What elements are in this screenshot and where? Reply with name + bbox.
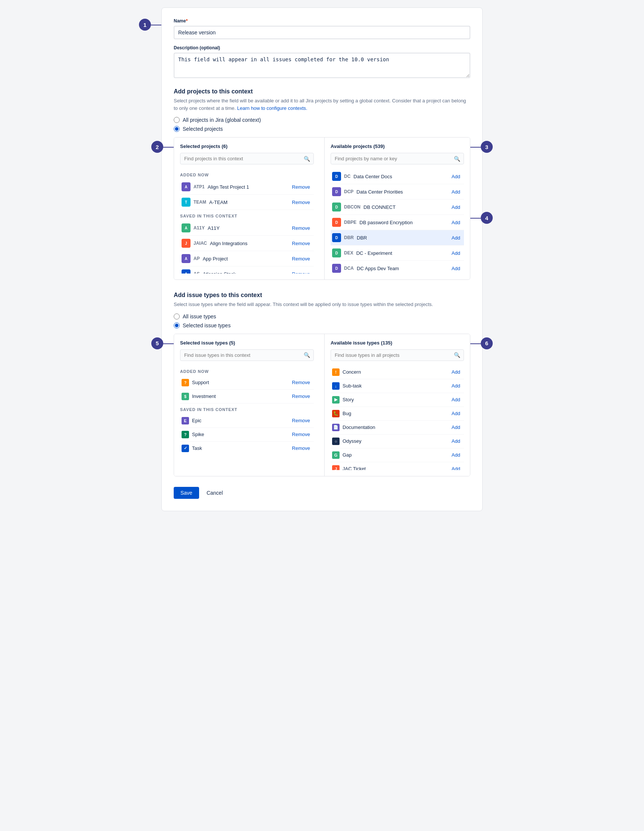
- add-button[interactable]: Add: [449, 204, 463, 211]
- remove-button[interactable]: Remove: [290, 255, 312, 262]
- save-button[interactable]: Save: [174, 487, 199, 499]
- add-button[interactable]: Add: [449, 451, 463, 458]
- issue-types-section-desc: Select issue types where the field will …: [174, 301, 470, 308]
- table-row: J JAIAC Align Integrations Remove: [180, 236, 314, 251]
- avatar: D: [332, 248, 341, 258]
- add-button[interactable]: Add: [449, 396, 463, 403]
- avatar: D: [332, 202, 341, 212]
- add-button[interactable]: Add: [449, 188, 463, 196]
- add-button[interactable]: Add: [449, 219, 463, 226]
- available-issue-types-list: ! Concern Add ↓ Sub-task Add: [331, 365, 464, 470]
- issue-types-section: Add issue types to this context Select i…: [174, 292, 470, 476]
- add-button[interactable]: Add: [449, 173, 463, 180]
- remove-button[interactable]: Remove: [290, 431, 312, 438]
- issue-type-icon: ?: [181, 379, 189, 386]
- add-button[interactable]: Add: [449, 382, 463, 389]
- avatar: D: [332, 264, 341, 273]
- available-projects-list: D DC Data Center Docs Add D DCP: [331, 169, 464, 274]
- remove-button[interactable]: Remove: [290, 417, 312, 424]
- table-row: ! Concern Add: [331, 365, 464, 379]
- add-button[interactable]: Add: [449, 438, 463, 445]
- projects-dual-panel: Selected projects (6) 🔍 ADDED NOW A ATP1: [174, 137, 470, 280]
- issue-types-dual-panel: Selected issue types (5) 🔍 ADDED NOW ? S…: [174, 334, 470, 476]
- issue-type-icon: ↓: [332, 382, 340, 390]
- table-row: D DC Data Center Docs Add: [331, 169, 464, 184]
- radio-selected-projects-input[interactable]: [174, 126, 180, 132]
- radio-all-projects[interactable]: All projects in Jira (global context): [174, 117, 470, 123]
- description-input[interactable]: <script> // will be set by JS </script>: [174, 53, 470, 78]
- saved-label-issues: SAVED IN THIS CONTEXT: [180, 407, 314, 412]
- projects-section-desc: Select projects where the field will be …: [174, 97, 470, 112]
- annotation-line-1: [151, 25, 161, 25]
- selected-issue-types-search-box: 🔍: [180, 349, 314, 361]
- add-button[interactable]: Add: [449, 465, 463, 470]
- cancel-button[interactable]: Cancel: [203, 487, 227, 499]
- table-row: D DCP Data Center Priorities Add: [331, 184, 464, 199]
- selected-projects-search-box: 🔍: [180, 153, 314, 164]
- selected-projects-search-input[interactable]: [180, 153, 314, 164]
- selected-projects-list: ADDED NOW A ATP1 Align Test Project 1 Re…: [180, 169, 314, 274]
- add-button[interactable]: Add: [449, 265, 463, 272]
- add-button[interactable]: Add: [449, 250, 463, 257]
- annotation-line-2: [163, 147, 174, 148]
- remove-button[interactable]: Remove: [290, 379, 312, 386]
- avatar: A: [181, 269, 191, 274]
- radio-all-projects-input[interactable]: [174, 117, 180, 123]
- add-button[interactable]: Add: [449, 410, 463, 417]
- issue-type-icon: E: [181, 417, 189, 425]
- issue-type-icon: ✓: [181, 445, 189, 452]
- avatar: T: [181, 197, 191, 207]
- available-issue-types-panel: Available issue types (135) 🔍 ! Concern: [324, 334, 470, 476]
- available-projects-search-input[interactable]: [331, 153, 464, 164]
- table-row: T TEAM A-TEAM Remove: [180, 195, 314, 210]
- table-row: A ATP1 Align Test Project 1 Remove: [180, 179, 314, 195]
- avatar: A: [181, 254, 191, 263]
- name-input[interactable]: [174, 26, 470, 39]
- projects-section: Add projects to this context Select proj…: [174, 88, 470, 280]
- issue-type-icon: 📄: [332, 424, 340, 431]
- remove-button[interactable]: Remove: [290, 393, 312, 400]
- added-now-label-issues: ADDED NOW: [180, 369, 314, 374]
- main-card: Name* Description (optional) <script> //…: [161, 8, 483, 511]
- added-now-label-projects: ADDED NOW: [180, 173, 314, 177]
- radio-all-issue-types[interactable]: All issue types: [174, 314, 470, 320]
- annotation-line-6: [470, 343, 481, 344]
- remove-button[interactable]: Remove: [290, 224, 312, 232]
- annotation-1: 1: [139, 19, 151, 31]
- add-button[interactable]: Add: [449, 234, 463, 241]
- selected-issue-types-list: ADDED NOW ? Support Remove $: [180, 365, 314, 455]
- remove-button[interactable]: Remove: [290, 240, 312, 247]
- radio-selected-issue-types[interactable]: Selected issue types: [174, 322, 470, 328]
- annotation-line-3: [470, 147, 481, 148]
- selected-issue-types-search-input[interactable]: [180, 349, 314, 361]
- issue-type-icon: !: [332, 368, 340, 376]
- project-radio-group: All projects in Jira (global context) Se…: [174, 117, 470, 132]
- table-row: A AS Atlassian Stack Remove: [180, 266, 314, 274]
- table-row: D DBPE DB password Encryption Add: [331, 215, 464, 230]
- add-button[interactable]: Add: [449, 424, 463, 431]
- table-row: ? Support Remove: [180, 376, 314, 390]
- learn-contexts-link[interactable]: Learn how to configure contexts.: [237, 105, 307, 111]
- table-row: ▶ Story Add: [331, 393, 464, 407]
- issue-type-icon: ?: [181, 431, 189, 438]
- table-row: 🐛 Bug Add: [331, 407, 464, 421]
- remove-button[interactable]: Remove: [290, 183, 312, 191]
- add-button[interactable]: Add: [449, 368, 463, 376]
- remove-button[interactable]: Remove: [290, 445, 312, 452]
- available-issue-types-title: Available issue types (135): [331, 340, 464, 345]
- radio-selected-projects[interactable]: Selected projects: [174, 126, 470, 132]
- issue-type-radio-group: All issue types Selected issue types: [174, 314, 470, 328]
- avatar: A: [181, 182, 191, 191]
- remove-button[interactable]: Remove: [290, 271, 312, 274]
- issue-type-icon: J: [332, 465, 340, 470]
- selected-issue-types-panel: Selected issue types (5) 🔍 ADDED NOW ? S…: [174, 334, 320, 476]
- radio-selected-issue-types-input[interactable]: [174, 322, 180, 328]
- issue-type-icon: $: [181, 393, 189, 400]
- annotation-2: 2: [151, 141, 163, 153]
- available-issue-types-search-box: 🔍: [331, 349, 464, 361]
- radio-all-issue-types-input[interactable]: [174, 314, 180, 320]
- available-projects-search-box: 🔍: [331, 153, 464, 164]
- annotation-3: 3: [481, 141, 493, 153]
- remove-button[interactable]: Remove: [290, 199, 312, 206]
- available-issue-types-search-input[interactable]: [331, 349, 464, 361]
